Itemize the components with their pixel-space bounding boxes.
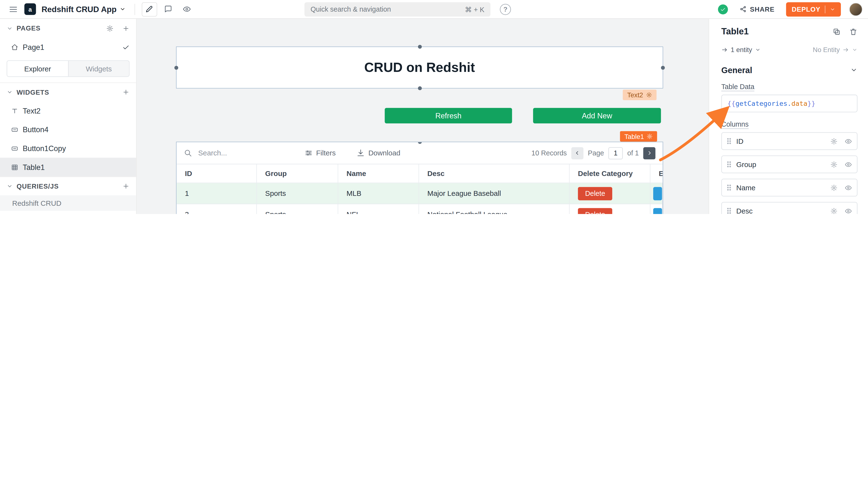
delete-button[interactable]: Delete <box>578 187 612 200</box>
chevron-down-icon <box>850 66 858 74</box>
refresh-button[interactable]: Refresh <box>385 108 512 124</box>
text-widget-title[interactable]: CRUD on Redshit <box>176 46 663 89</box>
resize-handle[interactable] <box>661 66 665 69</box>
app-title-menu[interactable]: Redshift CRUD App <box>39 5 128 13</box>
pages-section-header[interactable]: PAGES <box>0 19 136 38</box>
sidebar-item-button1copy[interactable]: Button1Copy <box>0 139 136 158</box>
column-header-id[interactable]: ID <box>177 164 257 183</box>
queries-section-header[interactable]: QUERIES/JS <box>0 176 136 195</box>
text2-widget-tag[interactable]: Text2 <box>623 90 656 100</box>
explorer-widgets-switcher: Explorer Widgets <box>6 60 129 77</box>
columns-label: Columns <box>721 121 749 128</box>
table1-widget-tag[interactable]: Table1 <box>620 131 657 142</box>
chevron-down-icon[interactable] <box>6 25 12 31</box>
table-data-input[interactable]: {{getCategories.data}} <box>721 95 857 112</box>
incoming-entities[interactable]: 1 entity <box>721 46 761 54</box>
column-label: Group <box>736 160 756 168</box>
cell-desc: Major League Baseball <box>419 183 569 204</box>
check-icon <box>122 43 130 51</box>
tab-explorer[interactable]: Explorer <box>7 61 68 76</box>
gear-icon[interactable] <box>831 161 838 168</box>
table-row[interactable]: 3 Sports NFL National Football League De… <box>177 204 662 214</box>
copy-widget-icon[interactable] <box>833 27 841 36</box>
widgets-section-header[interactable]: WIDGETS <box>0 83 136 101</box>
drag-handle-icon[interactable] <box>727 207 731 214</box>
sidebar-item-getcategories[interactable]: getCategories <box>0 211 136 214</box>
table-row[interactable]: 1 Sports MLB Major League Baseball Delet… <box>177 183 662 204</box>
download-icon <box>357 149 365 157</box>
column-item-name[interactable]: Name <box>721 178 857 196</box>
column-header-desc[interactable]: Desc <box>419 164 569 183</box>
canvas[interactable]: CRUD on Redshit Text2 Refresh Add New Ta… <box>137 19 709 214</box>
sidebar-item-page1[interactable]: Page1 <box>0 37 136 56</box>
cell-name: NFL <box>338 204 419 214</box>
comment-mode-icon[interactable] <box>160 2 176 16</box>
filters-button[interactable]: Filters <box>301 149 339 158</box>
share-button[interactable]: SHARE <box>736 5 778 13</box>
quick-search[interactable]: Quick search & navigation ⌘ + K <box>304 2 490 17</box>
explorer-sidebar: PAGES Page1 Explorer Widgets WIDGETS Tex… <box>0 19 137 214</box>
cell-name: MLB <box>338 183 419 204</box>
download-button[interactable]: Download <box>353 149 404 158</box>
drag-handle-icon[interactable] <box>727 161 731 167</box>
table-search-input[interactable] <box>197 149 275 158</box>
delete-button[interactable]: Delete <box>578 208 612 214</box>
chevron-down-icon[interactable] <box>6 89 12 95</box>
widget-tag-label: Table1 <box>624 132 644 140</box>
resize-handle[interactable] <box>418 87 422 90</box>
column-header-group[interactable]: Group <box>257 164 338 183</box>
sidebar-item-button4[interactable]: Button4 <box>0 120 136 139</box>
preview-mode-icon[interactable] <box>179 2 195 16</box>
column-item-desc[interactable]: Desc <box>721 202 857 214</box>
gear-icon[interactable] <box>646 92 652 98</box>
table-widget-icon <box>11 163 19 171</box>
add-new-button[interactable]: Add New <box>533 108 661 124</box>
eye-icon[interactable] <box>845 161 852 168</box>
hamburger-menu-icon[interactable] <box>6 2 21 16</box>
plus-icon[interactable] <box>122 183 130 190</box>
table-widget[interactable]: Filters Download 10 Records Page of 1 ID <box>176 142 663 214</box>
gear-icon[interactable] <box>831 137 838 145</box>
page-number-input[interactable] <box>609 147 623 159</box>
page-total: of 1 <box>627 149 639 157</box>
gear-icon[interactable] <box>647 133 653 139</box>
column-item-group[interactable]: Group <box>721 155 857 173</box>
delete-widget-icon[interactable] <box>849 27 857 36</box>
query-group-redshift-crud[interactable]: Redshift CRUD <box>0 195 136 211</box>
eye-icon[interactable] <box>845 207 852 214</box>
top-bar-right: SHARE DEPLOY <box>718 2 862 16</box>
resize-handle[interactable] <box>175 66 178 69</box>
column-header-name[interactable]: Name <box>338 164 419 183</box>
sidebar-item-text2[interactable]: Text2 <box>0 101 136 120</box>
eye-icon[interactable] <box>845 184 852 191</box>
tab-widgets[interactable]: Widgets <box>68 61 129 76</box>
prev-page-button[interactable] <box>571 147 583 159</box>
drag-handle-icon[interactable] <box>727 184 731 191</box>
edit-mode-icon[interactable] <box>142 2 157 16</box>
gear-icon[interactable] <box>831 207 838 214</box>
gear-icon[interactable] <box>106 25 114 32</box>
table-pagination: 10 Records Page of 1 <box>531 147 655 159</box>
column-header-edit-category[interactable]: Ec <box>651 164 663 183</box>
chevron-down-icon[interactable] <box>6 183 12 189</box>
next-page-button[interactable] <box>643 147 655 159</box>
drag-handle-icon[interactable] <box>727 138 731 144</box>
plus-icon[interactable] <box>122 25 130 32</box>
deploy-button[interactable]: DEPLOY <box>786 2 841 16</box>
sidebar-item-table1[interactable]: Table1 <box>0 158 136 176</box>
edit-button-clipped[interactable] <box>653 187 662 200</box>
chevron-left-icon <box>574 150 580 156</box>
edit-button-clipped[interactable] <box>653 208 662 214</box>
help-icon[interactable]: ? <box>500 4 511 15</box>
eye-icon[interactable] <box>845 137 852 145</box>
top-bar: a Redshift CRUD App Quick search & navig… <box>0 0 868 19</box>
avatar[interactable] <box>849 2 862 16</box>
general-section-header[interactable]: General <box>721 65 857 75</box>
outgoing-entities[interactable]: No Entity <box>813 46 857 54</box>
column-item-id[interactable]: ID <box>721 132 857 150</box>
gear-icon[interactable] <box>831 184 838 191</box>
column-header-delete-category[interactable]: Delete Category <box>569 164 651 183</box>
chevron-down-icon[interactable] <box>830 6 835 12</box>
plus-icon[interactable] <box>122 89 130 96</box>
table-search[interactable] <box>184 149 275 158</box>
